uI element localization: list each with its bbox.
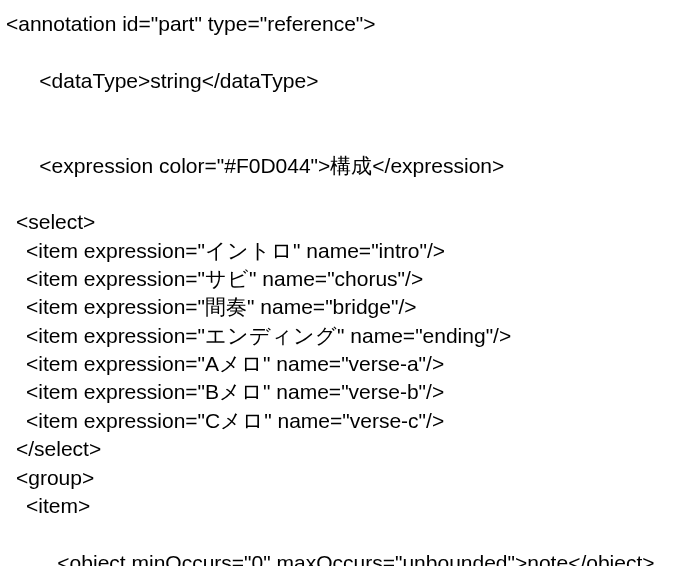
select-item: <item expression="間奏" name="bridge"/> xyxy=(6,293,693,321)
datatype-text: string xyxy=(150,69,201,92)
select-item: <item expression="イントロ" name="intro"/> xyxy=(6,237,693,265)
object-line: <object minOccurs="0" maxOccurs="unbound… xyxy=(6,520,693,566)
group-open: <group> xyxy=(6,464,693,492)
annotation-open: <annotation id="part" type="reference"> xyxy=(6,10,693,38)
group-item-open: <item> xyxy=(6,492,693,520)
datatype-line: <dataType>string</dataType> xyxy=(6,38,693,123)
expression-text: 構成 xyxy=(330,154,372,177)
select-item: <item expression="サビ" name="chorus"/> xyxy=(6,265,693,293)
select-close: </select> xyxy=(6,435,693,463)
select-item: <item expression="Cメロ" name="verse-c"/> xyxy=(6,407,693,435)
datatype-open: <dataType> xyxy=(39,69,150,92)
object-text: note xyxy=(527,551,568,566)
select-item: <item expression="エンディング" name="ending"/… xyxy=(6,322,693,350)
xml-listing: <annotation id="part" type="reference"> … xyxy=(0,0,699,566)
object-open: <object minOccurs="0" maxOccurs="unbound… xyxy=(57,551,527,566)
datatype-close: </dataType> xyxy=(202,69,319,92)
expression-open: <expression color="#F0D044"> xyxy=(39,154,330,177)
select-item: <item expression="Bメロ" name="verse-b"/> xyxy=(6,378,693,406)
expression-close: </expression> xyxy=(372,154,504,177)
object-close: </object> xyxy=(568,551,654,566)
select-open: <select> xyxy=(6,208,693,236)
select-item: <item expression="Aメロ" name="verse-a"/> xyxy=(6,350,693,378)
expression-line: <expression color="#F0D044">構成</expressi… xyxy=(6,123,693,208)
